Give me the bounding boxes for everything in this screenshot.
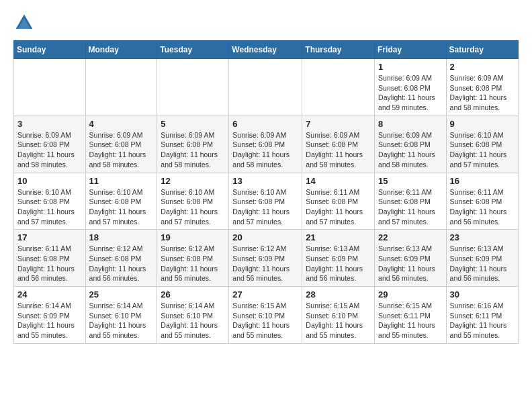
day-info: Sunrise: 6:14 AMSunset: 6:10 PMDaylight:…	[89, 301, 154, 340]
calendar-cell: 22Sunrise: 6:13 AMSunset: 6:09 PMDayligh…	[375, 230, 447, 287]
day-number: 6	[232, 119, 298, 129]
day-info: Sunrise: 6:15 AMSunset: 6:10 PMDaylight:…	[306, 301, 371, 340]
calendar-week-row: 24Sunrise: 6:14 AMSunset: 6:09 PMDayligh…	[14, 287, 519, 344]
day-info: Sunrise: 6:10 AMSunset: 6:08 PMDaylight:…	[232, 187, 298, 227]
day-number: 17	[17, 232, 82, 242]
day-info: Sunrise: 6:13 AMSunset: 6:09 PMDaylight:…	[450, 244, 515, 283]
day-number: 23	[450, 232, 515, 242]
calendar-cell: 28Sunrise: 6:15 AMSunset: 6:10 PMDayligh…	[302, 287, 375, 344]
day-number: 5	[161, 119, 225, 129]
day-number: 26	[161, 289, 225, 300]
calendar-cell: 16Sunrise: 6:11 AMSunset: 6:08 PMDayligh…	[446, 173, 518, 230]
day-info: Sunrise: 6:12 AMSunset: 6:08 PMDaylight:…	[161, 244, 225, 283]
calendar-cell	[85, 59, 157, 116]
day-info: Sunrise: 6:09 AMSunset: 6:08 PMDaylight:…	[378, 130, 443, 170]
day-number: 15	[378, 176, 443, 186]
day-info: Sunrise: 6:14 AMSunset: 6:10 PMDaylight:…	[161, 301, 225, 340]
calendar-cell: 6Sunrise: 6:09 AMSunset: 6:08 PMDaylight…	[229, 116, 302, 173]
day-info: Sunrise: 6:11 AMSunset: 6:08 PMDaylight:…	[306, 187, 371, 227]
day-info: Sunrise: 6:09 AMSunset: 6:08 PMDaylight:…	[89, 130, 154, 170]
logo	[13, 12, 38, 34]
day-info: Sunrise: 6:10 AMSunset: 6:08 PMDaylight:…	[161, 187, 225, 227]
calendar-cell: 26Sunrise: 6:14 AMSunset: 6:10 PMDayligh…	[157, 287, 229, 344]
header	[13, 12, 519, 34]
calendar-cell: 14Sunrise: 6:11 AMSunset: 6:08 PMDayligh…	[302, 173, 375, 230]
day-number: 4	[89, 119, 154, 129]
calendar-cell: 11Sunrise: 6:10 AMSunset: 6:08 PMDayligh…	[85, 173, 157, 230]
day-number: 1	[378, 62, 443, 72]
day-info: Sunrise: 6:15 AMSunset: 6:11 PMDaylight:…	[378, 301, 443, 340]
calendar-cell	[229, 59, 302, 116]
day-info: Sunrise: 6:12 AMSunset: 6:08 PMDaylight:…	[89, 244, 154, 283]
calendar-week-row: 10Sunrise: 6:10 AMSunset: 6:08 PMDayligh…	[14, 173, 519, 230]
calendar-week-row: 17Sunrise: 6:11 AMSunset: 6:08 PMDayligh…	[14, 230, 519, 287]
calendar-header-tuesday: Tuesday	[157, 41, 229, 59]
calendar-cell	[302, 59, 375, 116]
day-info: Sunrise: 6:10 AMSunset: 6:08 PMDaylight:…	[89, 187, 154, 227]
day-number: 9	[450, 119, 515, 129]
calendar-cell: 29Sunrise: 6:15 AMSunset: 6:11 PMDayligh…	[375, 287, 447, 344]
page: SundayMondayTuesdayWednesdayThursdayFrid…	[0, 0, 532, 356]
calendar-cell: 30Sunrise: 6:16 AMSunset: 6:11 PMDayligh…	[446, 287, 518, 344]
day-info: Sunrise: 6:09 AMSunset: 6:08 PMDaylight:…	[161, 130, 225, 170]
calendar-cell: 18Sunrise: 6:12 AMSunset: 6:08 PMDayligh…	[85, 230, 157, 287]
calendar-header-row: SundayMondayTuesdayWednesdayThursdayFrid…	[14, 41, 519, 59]
calendar-table: SundayMondayTuesdayWednesdayThursdayFrid…	[13, 40, 519, 344]
day-number: 13	[232, 176, 298, 186]
day-number: 3	[17, 119, 82, 129]
calendar-cell: 10Sunrise: 6:10 AMSunset: 6:08 PMDayligh…	[14, 173, 86, 230]
day-number: 21	[306, 232, 371, 242]
calendar-cell: 24Sunrise: 6:14 AMSunset: 6:09 PMDayligh…	[14, 287, 86, 344]
calendar-cell: 12Sunrise: 6:10 AMSunset: 6:08 PMDayligh…	[157, 173, 229, 230]
day-info: Sunrise: 6:13 AMSunset: 6:09 PMDaylight:…	[306, 244, 371, 283]
day-number: 27	[232, 289, 298, 300]
calendar-cell: 25Sunrise: 6:14 AMSunset: 6:10 PMDayligh…	[85, 287, 157, 344]
calendar-cell: 13Sunrise: 6:10 AMSunset: 6:08 PMDayligh…	[229, 173, 302, 230]
day-number: 12	[161, 176, 225, 186]
calendar-week-row: 1Sunrise: 6:09 AMSunset: 6:08 PMDaylight…	[14, 59, 519, 116]
day-number: 16	[450, 176, 515, 186]
calendar-cell: 20Sunrise: 6:12 AMSunset: 6:09 PMDayligh…	[229, 230, 302, 287]
day-number: 30	[450, 289, 515, 300]
calendar-cell: 27Sunrise: 6:15 AMSunset: 6:10 PMDayligh…	[229, 287, 302, 344]
day-number: 24	[17, 289, 82, 300]
calendar-header-saturday: Saturday	[446, 41, 518, 59]
calendar-header-thursday: Thursday	[302, 41, 375, 59]
day-info: Sunrise: 6:16 AMSunset: 6:11 PMDaylight:…	[450, 301, 515, 340]
day-info: Sunrise: 6:10 AMSunset: 6:08 PMDaylight:…	[17, 187, 82, 227]
day-info: Sunrise: 6:13 AMSunset: 6:09 PMDaylight:…	[378, 244, 443, 283]
day-info: Sunrise: 6:14 AMSunset: 6:09 PMDaylight:…	[17, 301, 82, 340]
calendar-cell: 23Sunrise: 6:13 AMSunset: 6:09 PMDayligh…	[446, 230, 518, 287]
day-number: 20	[232, 232, 298, 242]
day-number: 2	[450, 62, 515, 72]
calendar-header-friday: Friday	[375, 41, 447, 59]
day-number: 8	[378, 119, 443, 129]
calendar-cell: 7Sunrise: 6:09 AMSunset: 6:08 PMDaylight…	[302, 116, 375, 173]
day-number: 28	[306, 289, 371, 300]
day-info: Sunrise: 6:09 AMSunset: 6:08 PMDaylight:…	[17, 130, 82, 170]
day-number: 25	[89, 289, 154, 300]
day-number: 22	[378, 232, 443, 242]
calendar-week-row: 3Sunrise: 6:09 AMSunset: 6:08 PMDaylight…	[14, 116, 519, 173]
day-number: 14	[306, 176, 371, 186]
calendar-cell: 9Sunrise: 6:10 AMSunset: 6:08 PMDaylight…	[446, 116, 518, 173]
calendar-header-sunday: Sunday	[14, 41, 86, 59]
day-number: 18	[89, 232, 154, 242]
day-info: Sunrise: 6:11 AMSunset: 6:08 PMDaylight:…	[17, 244, 82, 283]
day-number: 19	[161, 232, 225, 242]
calendar-cell	[157, 59, 229, 116]
day-info: Sunrise: 6:11 AMSunset: 6:08 PMDaylight:…	[378, 187, 443, 227]
day-info: Sunrise: 6:10 AMSunset: 6:08 PMDaylight:…	[450, 130, 515, 170]
calendar-header-wednesday: Wednesday	[229, 41, 302, 59]
calendar-cell: 5Sunrise: 6:09 AMSunset: 6:08 PMDaylight…	[157, 116, 229, 173]
day-info: Sunrise: 6:12 AMSunset: 6:09 PMDaylight:…	[232, 244, 298, 283]
day-number: 7	[306, 119, 371, 129]
calendar-cell: 19Sunrise: 6:12 AMSunset: 6:08 PMDayligh…	[157, 230, 229, 287]
day-number: 29	[378, 289, 443, 300]
day-info: Sunrise: 6:09 AMSunset: 6:08 PMDaylight:…	[450, 73, 515, 113]
day-info: Sunrise: 6:15 AMSunset: 6:10 PMDaylight:…	[232, 301, 298, 340]
calendar-cell	[14, 59, 86, 116]
logo-icon	[13, 12, 35, 34]
day-info: Sunrise: 6:09 AMSunset: 6:08 PMDaylight:…	[378, 73, 443, 113]
calendar-cell: 3Sunrise: 6:09 AMSunset: 6:08 PMDaylight…	[14, 116, 86, 173]
